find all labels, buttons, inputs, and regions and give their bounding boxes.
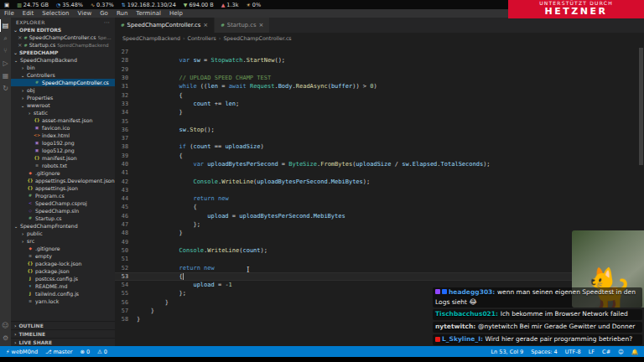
code-line[interactable]: 50 Console.WriteLine(count);	[115, 246, 637, 255]
menu-item-run[interactable]: Run	[112, 10, 132, 17]
problems-status[interactable]: ⊗0	[80, 349, 90, 355]
tree-file-item[interactable]: {}appsettings.Development.json	[11, 177, 115, 184]
tree-file-item[interactable]: Jpostcss.config.js	[11, 275, 115, 282]
code-line[interactable]: 45 {	[115, 203, 637, 211]
live-share-status[interactable]: ⚡webM0nd	[6, 349, 38, 355]
open-editor-item[interactable]: ×#Startup.csSpeedChampBackend	[11, 41, 115, 49]
tree-file-item[interactable]: {}package.json	[11, 267, 115, 275]
breadcrumb-item[interactable]: Controllers	[188, 35, 216, 41]
tree-file-item[interactable]: <SpeedChamp.csproj	[11, 199, 115, 207]
search-icon[interactable]: ⌕	[0, 32, 11, 44]
tree-folder-item[interactable]: ⌄SpeedChampBackend	[11, 56, 115, 64]
language-mode[interactable]: C#	[602, 349, 610, 355]
code-line[interactable]: 46 upload = uploadBytesPerSecond.MebiByt…	[115, 212, 637, 220]
extensions-icon[interactable]: ▦	[0, 70, 11, 82]
notifications-bell[interactable]: 🔔	[631, 349, 638, 355]
code-line[interactable]: 36 sw.Stop();	[115, 126, 637, 134]
open-editor-item[interactable]: ×#SpeedChampController.csSpeedChampBacke…	[11, 34, 115, 41]
menu-item-file[interactable]: File	[0, 10, 18, 17]
code-line[interactable]: 31 while ((len = await Request.Body.Read…	[115, 82, 637, 90]
open-editors-section-header[interactable]: ⌄ OPEN EDITORS	[11, 26, 115, 34]
tree-folder-item[interactable]: ›public	[11, 230, 115, 237]
tree-folder-item[interactable]: ›Properties	[11, 94, 115, 101]
eol[interactable]: LF	[589, 349, 595, 355]
code-line[interactable]: 33 count += len;	[115, 100, 637, 108]
tree-folder-item[interactable]: ›obj	[11, 86, 115, 94]
tree-file-item[interactable]: ▣logo512.png	[11, 147, 115, 154]
settings-gear-icon[interactable]: ⚙	[0, 332, 11, 344]
feedback-smiley[interactable]: ☺	[618, 349, 624, 355]
close-icon[interactable]: ×	[203, 22, 208, 28]
editor-tab-active[interactable]: #SpeedChampController.cs×	[115, 18, 215, 33]
code-line[interactable]: 29	[115, 65, 637, 74]
cursor-position[interactable]: Ln 53, Col 9	[491, 349, 523, 355]
tree-folder-item[interactable]: ⌄Controllers	[11, 71, 115, 79]
git-branch-status[interactable]: ⎇master	[45, 349, 72, 355]
tree-file-item[interactable]: ◇SpeedChamp.sln	[11, 207, 115, 215]
menu-item-selection[interactable]: Selection	[38, 10, 73, 17]
workspace-section-header[interactable]: ⌄ SPEEDCHAMP	[11, 49, 115, 56]
sidebar-section-outline[interactable]: ›OUTLINE	[11, 321, 115, 329]
tree-file-item[interactable]: {}asset-manifest.json	[11, 116, 115, 124]
tree-file-item[interactable]: #Startup.cs	[11, 215, 115, 222]
tree-file-item[interactable]: Jtailwind.config.js	[11, 290, 115, 297]
run-debug-icon[interactable]: ▷	[0, 57, 11, 70]
app-launcher-icon[interactable]: ▣	[4, 2, 9, 8]
warnings-status[interactable]: ⚠0	[97, 349, 107, 355]
tree-file-item[interactable]: ▣logo192.png	[11, 139, 115, 147]
tree-folder-item[interactable]: ›static	[11, 109, 115, 116]
sidebar-section-timeline[interactable]: ›TIMELINE	[11, 329, 115, 338]
close-icon[interactable]: ×	[18, 42, 22, 49]
code-line[interactable]: 27	[115, 48, 637, 56]
tree-file-item[interactable]: ≡yarn.lock	[11, 297, 115, 305]
menu-item-terminal[interactable]: Terminal	[132, 10, 165, 17]
code-line[interactable]: 40 var uploadBytesPerSecond = ByteSize.F…	[115, 160, 637, 168]
code-line[interactable]: 32 {	[115, 90, 637, 99]
tree-file-item[interactable]: #SpeedChampController.cs	[11, 79, 115, 86]
code-line[interactable]: 39 {	[115, 152, 637, 160]
close-icon[interactable]: ×	[258, 22, 263, 28]
source-control-icon[interactable]: ⑂	[0, 44, 11, 57]
menu-item-view[interactable]: View	[74, 10, 96, 17]
indentation[interactable]: Spaces: 4	[531, 349, 558, 355]
tree-file-item[interactable]: ▾README.md	[11, 282, 115, 290]
code-line[interactable]: 48 }	[115, 229, 637, 237]
code-line[interactable]: 35	[115, 116, 637, 125]
code-line[interactable]: 34 }	[115, 108, 637, 116]
code-line[interactable]: 51	[115, 255, 637, 263]
tree-folder-item[interactable]: ›bin	[11, 64, 115, 71]
code-line[interactable]: 42 Console.WriteLine(uploadBytesPerSecon…	[115, 177, 637, 185]
code-line[interactable]: 47 };	[115, 220, 637, 229]
encoding[interactable]: UTF-8	[565, 349, 581, 355]
code-line[interactable]: 38 if (count == uploadSize)	[115, 142, 637, 151]
explorer-more-actions-icon[interactable]: ···	[104, 19, 110, 25]
tree-file-item[interactable]: {}manifest.json	[11, 154, 115, 162]
code-line[interactable]: 53 {	[115, 272, 637, 281]
tree-file-item[interactable]: {}appsettings.json	[11, 184, 115, 192]
editor-tab[interactable]: #Startup.cs×	[215, 18, 270, 33]
code-line[interactable]: 52 return new	[115, 263, 637, 272]
breadcrumb[interactable]: SpeedChampBackend›Controllers›SpeedChamp…	[115, 33, 644, 44]
menu-item-help[interactable]: Help	[165, 10, 187, 17]
tree-file-item[interactable]: <>index.html	[11, 132, 115, 139]
menu-item-go[interactable]: Go	[96, 10, 112, 17]
sidebar-section-live-share[interactable]: ›LIVE SHARE	[11, 338, 115, 346]
code-line[interactable]: 41	[115, 168, 637, 177]
code-line[interactable]: 30 // UPLOAD SPEED CHAMP TEST	[115, 74, 637, 82]
menu-item-edit[interactable]: Edit	[18, 10, 39, 17]
editor-scrollbar[interactable]	[639, 48, 643, 165]
tree-folder-item[interactable]: ⌄SpeedChampFrontend	[11, 222, 115, 230]
tree-file-item[interactable]: ≡empty	[11, 252, 115, 260]
tree-folder-item[interactable]: ⌄wwwroot	[11, 101, 115, 109]
tree-folder-item[interactable]: ›src	[11, 237, 115, 245]
account-icon[interactable]: ☺	[0, 319, 11, 332]
live-share-icon[interactable]: ↻	[0, 82, 11, 95]
explorer-icon[interactable]: ▤	[0, 19, 11, 32]
code-line[interactable]: 37	[115, 134, 637, 142]
breadcrumb-item[interactable]: SpeedChampController.cs	[223, 35, 291, 41]
tree-file-item[interactable]: {}package-lock.json	[11, 260, 115, 267]
breadcrumb-item[interactable]: SpeedChampBackend	[122, 35, 180, 41]
code-line[interactable]: 44 return new	[115, 194, 637, 203]
close-icon[interactable]: ×	[18, 34, 22, 41]
code-line[interactable]: 28 var sw = Stopwatch.StartNew();	[115, 56, 637, 65]
